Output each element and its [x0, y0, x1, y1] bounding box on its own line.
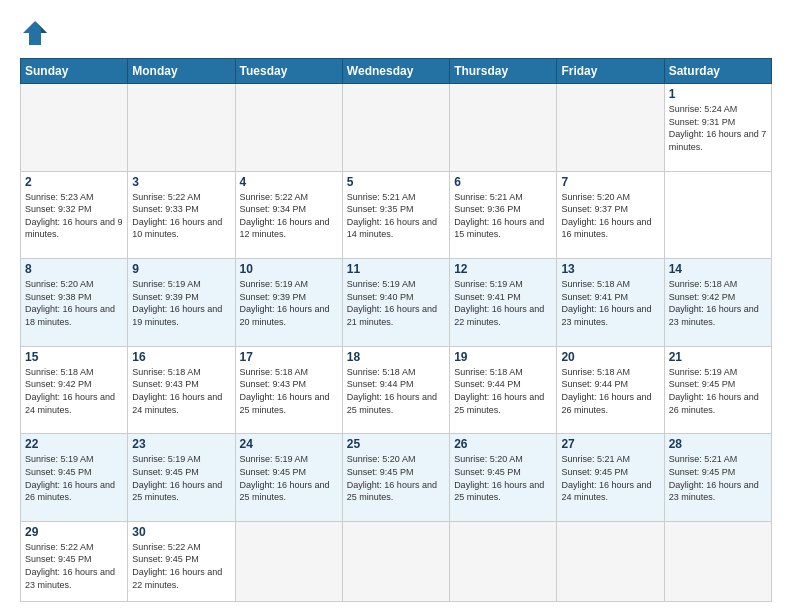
header — [20, 18, 772, 48]
weekday-header-saturday: Saturday — [664, 59, 771, 84]
day-info: Sunrise: 5:19 AMSunset: 9:45 PMDaylight:… — [669, 366, 767, 416]
day-info: Sunrise: 5:18 AMSunset: 9:44 PMDaylight:… — [347, 366, 445, 416]
day-info: Sunrise: 5:18 AMSunset: 9:41 PMDaylight:… — [561, 278, 659, 328]
day-number: 22 — [25, 437, 123, 451]
day-info: Sunrise: 5:20 AMSunset: 9:45 PMDaylight:… — [454, 453, 552, 503]
day-number: 28 — [669, 437, 767, 451]
calendar-cell: 11Sunrise: 5:19 AMSunset: 9:40 PMDayligh… — [342, 259, 449, 347]
day-number: 7 — [561, 175, 659, 189]
calendar-row: 8Sunrise: 5:20 AMSunset: 9:38 PMDaylight… — [21, 259, 772, 347]
calendar-cell: 23Sunrise: 5:19 AMSunset: 9:45 PMDayligh… — [128, 434, 235, 522]
calendar-cell: 24Sunrise: 5:19 AMSunset: 9:45 PMDayligh… — [235, 434, 342, 522]
calendar-cell: 10Sunrise: 5:19 AMSunset: 9:39 PMDayligh… — [235, 259, 342, 347]
day-number: 13 — [561, 262, 659, 276]
day-number: 16 — [132, 350, 230, 364]
calendar-row: 15Sunrise: 5:18 AMSunset: 9:42 PMDayligh… — [21, 346, 772, 434]
day-info: Sunrise: 5:20 AMSunset: 9:37 PMDaylight:… — [561, 191, 659, 241]
calendar-cell: 15Sunrise: 5:18 AMSunset: 9:42 PMDayligh… — [21, 346, 128, 434]
calendar-cell: 21Sunrise: 5:19 AMSunset: 9:45 PMDayligh… — [664, 346, 771, 434]
day-info: Sunrise: 5:18 AMSunset: 9:44 PMDaylight:… — [454, 366, 552, 416]
day-number: 24 — [240, 437, 338, 451]
weekday-header-row: SundayMondayTuesdayWednesdayThursdayFrid… — [21, 59, 772, 84]
weekday-header-tuesday: Tuesday — [235, 59, 342, 84]
day-number: 12 — [454, 262, 552, 276]
day-info: Sunrise: 5:19 AMSunset: 9:41 PMDaylight:… — [454, 278, 552, 328]
day-info: Sunrise: 5:24 AMSunset: 9:31 PMDaylight:… — [669, 103, 767, 153]
day-number: 15 — [25, 350, 123, 364]
calendar-cell: 13Sunrise: 5:18 AMSunset: 9:41 PMDayligh… — [557, 259, 664, 347]
empty-cell — [342, 84, 449, 172]
day-info: Sunrise: 5:21 AMSunset: 9:45 PMDaylight:… — [669, 453, 767, 503]
weekday-header-sunday: Sunday — [21, 59, 128, 84]
calendar-cell: 28Sunrise: 5:21 AMSunset: 9:45 PMDayligh… — [664, 434, 771, 522]
day-info: Sunrise: 5:20 AMSunset: 9:45 PMDaylight:… — [347, 453, 445, 503]
calendar-cell — [450, 521, 557, 601]
calendar-cell: 20Sunrise: 5:18 AMSunset: 9:44 PMDayligh… — [557, 346, 664, 434]
day-number: 20 — [561, 350, 659, 364]
day-info: Sunrise: 5:21 AMSunset: 9:45 PMDaylight:… — [561, 453, 659, 503]
calendar-row: 2Sunrise: 5:23 AMSunset: 9:32 PMDaylight… — [21, 171, 772, 259]
day-number: 21 — [669, 350, 767, 364]
day-info: Sunrise: 5:22 AMSunset: 9:45 PMDaylight:… — [132, 541, 230, 591]
weekday-header-wednesday: Wednesday — [342, 59, 449, 84]
calendar-cell: 30Sunrise: 5:22 AMSunset: 9:45 PMDayligh… — [128, 521, 235, 601]
day-info: Sunrise: 5:19 AMSunset: 9:45 PMDaylight:… — [240, 453, 338, 503]
calendar-cell: 7Sunrise: 5:20 AMSunset: 9:37 PMDaylight… — [557, 171, 664, 259]
day-number: 9 — [132, 262, 230, 276]
logo-icon — [20, 18, 50, 48]
calendar-cell — [557, 521, 664, 601]
day-number: 23 — [132, 437, 230, 451]
day-info: Sunrise: 5:19 AMSunset: 9:39 PMDaylight:… — [240, 278, 338, 328]
day-number: 11 — [347, 262, 445, 276]
calendar-cell: 26Sunrise: 5:20 AMSunset: 9:45 PMDayligh… — [450, 434, 557, 522]
day-info: Sunrise: 5:19 AMSunset: 9:45 PMDaylight:… — [25, 453, 123, 503]
day-info: Sunrise: 5:18 AMSunset: 9:42 PMDaylight:… — [669, 278, 767, 328]
day-number: 19 — [454, 350, 552, 364]
empty-cell — [235, 84, 342, 172]
day-info: Sunrise: 5:19 AMSunset: 9:40 PMDaylight:… — [347, 278, 445, 328]
calendar-cell: 1Sunrise: 5:24 AMSunset: 9:31 PMDaylight… — [664, 84, 771, 172]
calendar-cell: 12Sunrise: 5:19 AMSunset: 9:41 PMDayligh… — [450, 259, 557, 347]
calendar-row: 29Sunrise: 5:22 AMSunset: 9:45 PMDayligh… — [21, 521, 772, 601]
calendar-cell: 8Sunrise: 5:20 AMSunset: 9:38 PMDaylight… — [21, 259, 128, 347]
day-info: Sunrise: 5:18 AMSunset: 9:42 PMDaylight:… — [25, 366, 123, 416]
calendar-cell: 25Sunrise: 5:20 AMSunset: 9:45 PMDayligh… — [342, 434, 449, 522]
day-number: 26 — [454, 437, 552, 451]
logo — [20, 18, 54, 48]
day-info: Sunrise: 5:20 AMSunset: 9:38 PMDaylight:… — [25, 278, 123, 328]
day-number: 5 — [347, 175, 445, 189]
day-info: Sunrise: 5:23 AMSunset: 9:32 PMDaylight:… — [25, 191, 123, 241]
weekday-header-friday: Friday — [557, 59, 664, 84]
weekday-header-thursday: Thursday — [450, 59, 557, 84]
calendar-cell: 3Sunrise: 5:22 AMSunset: 9:33 PMDaylight… — [128, 171, 235, 259]
day-number: 10 — [240, 262, 338, 276]
day-number: 4 — [240, 175, 338, 189]
day-info: Sunrise: 5:19 AMSunset: 9:45 PMDaylight:… — [132, 453, 230, 503]
calendar-cell: 14Sunrise: 5:18 AMSunset: 9:42 PMDayligh… — [664, 259, 771, 347]
day-info: Sunrise: 5:18 AMSunset: 9:43 PMDaylight:… — [132, 366, 230, 416]
day-info: Sunrise: 5:21 AMSunset: 9:36 PMDaylight:… — [454, 191, 552, 241]
calendar-cell: 18Sunrise: 5:18 AMSunset: 9:44 PMDayligh… — [342, 346, 449, 434]
calendar-table: SundayMondayTuesdayWednesdayThursdayFrid… — [20, 58, 772, 602]
day-info: Sunrise: 5:18 AMSunset: 9:43 PMDaylight:… — [240, 366, 338, 416]
day-number: 14 — [669, 262, 767, 276]
day-info: Sunrise: 5:18 AMSunset: 9:44 PMDaylight:… — [561, 366, 659, 416]
calendar-cell: 27Sunrise: 5:21 AMSunset: 9:45 PMDayligh… — [557, 434, 664, 522]
day-number: 1 — [669, 87, 767, 101]
day-number: 2 — [25, 175, 123, 189]
day-info: Sunrise: 5:22 AMSunset: 9:34 PMDaylight:… — [240, 191, 338, 241]
empty-cell — [557, 84, 664, 172]
day-number: 30 — [132, 525, 230, 539]
day-number: 3 — [132, 175, 230, 189]
calendar-cell: 2Sunrise: 5:23 AMSunset: 9:32 PMDaylight… — [21, 171, 128, 259]
day-number: 29 — [25, 525, 123, 539]
calendar-cell: 19Sunrise: 5:18 AMSunset: 9:44 PMDayligh… — [450, 346, 557, 434]
calendar-cell: 5Sunrise: 5:21 AMSunset: 9:35 PMDaylight… — [342, 171, 449, 259]
page: SundayMondayTuesdayWednesdayThursdayFrid… — [0, 0, 792, 612]
day-number: 25 — [347, 437, 445, 451]
weekday-header-monday: Monday — [128, 59, 235, 84]
calendar-row: 1Sunrise: 5:24 AMSunset: 9:31 PMDaylight… — [21, 84, 772, 172]
calendar-cell: 9Sunrise: 5:19 AMSunset: 9:39 PMDaylight… — [128, 259, 235, 347]
empty-cell — [450, 84, 557, 172]
calendar-cell: 16Sunrise: 5:18 AMSunset: 9:43 PMDayligh… — [128, 346, 235, 434]
